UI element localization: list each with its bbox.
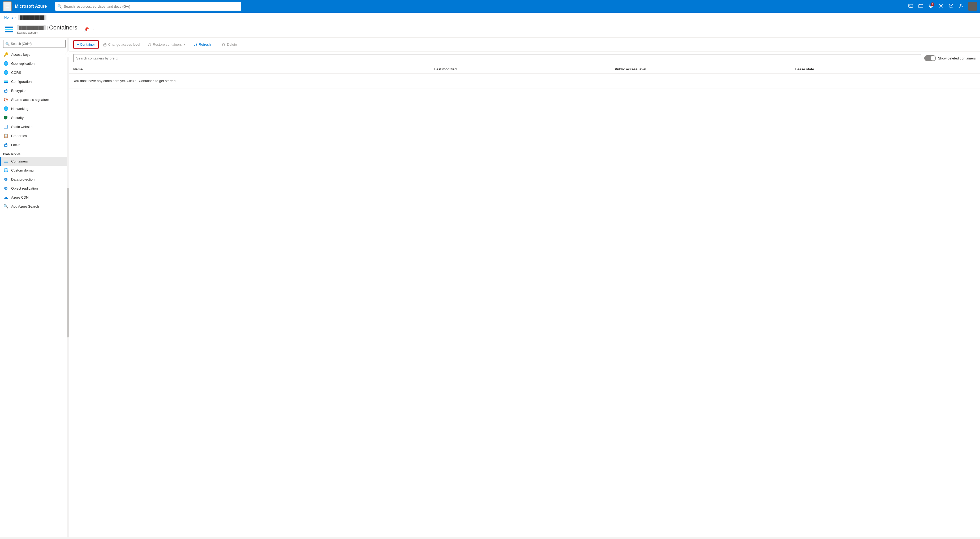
user-avatar[interactable] [968, 2, 977, 11]
sidebar-item-object-replication[interactable]: Object replication [0, 184, 69, 193]
svg-rect-13 [4, 82, 8, 83]
directory-button[interactable] [917, 2, 925, 11]
sidebar-scrollbar-thumb[interactable] [67, 188, 69, 338]
breadcrumb-home[interactable]: Home [4, 15, 14, 19]
sidebar-item-access-keys[interactable]: 🔑 Access keys [0, 50, 69, 59]
global-search-input[interactable] [55, 2, 241, 11]
static-website-icon [3, 124, 8, 129]
configuration-icon [3, 79, 8, 84]
breadcrumb-separator: › [15, 15, 16, 19]
page-subtitle: Storage account [17, 31, 77, 34]
properties-icon: 📋 [3, 133, 8, 138]
security-icon [3, 115, 8, 120]
svg-point-22 [4, 178, 8, 181]
refresh-button[interactable]: Refresh [190, 41, 214, 48]
sidebar-item-locks[interactable]: Locks [0, 140, 69, 149]
sidebar-search-container: 🔍 [0, 38, 69, 50]
refresh-icon [194, 43, 197, 46]
resource-name-blurred: ██████████ [17, 25, 46, 30]
more-options-button[interactable]: ··· [92, 26, 98, 33]
col-lease-state: Lease state [795, 67, 976, 71]
svg-rect-11 [4, 80, 8, 80]
sidebar-item-label: Configuration [11, 80, 32, 84]
restore-icon [148, 43, 151, 46]
sidebar-item-configuration[interactable]: Configuration [0, 77, 69, 86]
show-deleted-toggle[interactable] [924, 55, 936, 61]
add-container-button[interactable]: + Container [73, 40, 99, 49]
svg-point-7 [960, 4, 962, 6]
content-search-bar: Show deleted containers [69, 51, 980, 65]
sidebar-item-geo-replication[interactable]: 🌐 Geo-replication [0, 59, 69, 68]
page-header-text: ██████████ | Containers Storage account [17, 24, 77, 34]
storage-icon-container [4, 24, 14, 34]
access-keys-icon: 🔑 [3, 52, 8, 57]
svg-text:?: ? [950, 4, 952, 8]
encryption-icon [3, 88, 8, 93]
change-access-level-button[interactable]: Change access level [100, 41, 143, 48]
svg-rect-14 [5, 90, 7, 92]
sidebar-item-static-website[interactable]: Static website [0, 122, 69, 131]
svg-rect-18 [5, 144, 7, 147]
refresh-label: Refresh [199, 43, 211, 46]
settings-button[interactable] [937, 2, 945, 11]
col-public-access: Public access level [615, 67, 795, 71]
svg-rect-8 [5, 27, 13, 28]
sidebar-item-add-azure-search[interactable]: 🔍 Add Azure Search [0, 202, 69, 211]
help-button[interactable]: ? [947, 2, 955, 11]
svg-point-15 [4, 98, 8, 101]
container-search-input[interactable] [73, 54, 921, 62]
content-toolbar: + Container Change access level Restore … [69, 38, 980, 51]
main-layout: 🔍 ‹‹ 🔑 Access keys 🌐 Geo-replication 🌐 C… [0, 38, 980, 537]
col-last-modified: Last modified [434, 67, 615, 71]
delete-button[interactable]: Delete [218, 41, 240, 48]
header-divider: | [47, 25, 48, 30]
notifications-button[interactable]: 2 [927, 2, 935, 11]
restore-containers-label: Restore containers [153, 43, 182, 46]
svg-rect-9 [5, 29, 13, 30]
toggle-thumb [931, 56, 935, 61]
lock-icon [103, 43, 107, 46]
hamburger-menu-button[interactable]: ☰ [3, 1, 12, 11]
table-header: Name Last modified Public access level L… [69, 65, 980, 73]
svg-rect-12 [4, 81, 8, 82]
object-replication-icon [3, 186, 8, 191]
sidebar-item-shared-access-signature[interactable]: Shared access signature [0, 95, 69, 104]
page-title: Containers [49, 24, 77, 31]
sidebar: 🔍 ‹‹ 🔑 Access keys 🌐 Geo-replication 🌐 C… [0, 38, 69, 537]
sidebar-item-properties[interactable]: 📋 Properties [0, 131, 69, 140]
page-header-actions: 📌 ··· [83, 26, 98, 33]
sidebar-item-custom-domain[interactable]: 🌐 Custom domain [0, 166, 69, 175]
restore-containers-button[interactable]: Restore containers ▼ [145, 41, 189, 48]
delete-label: Delete [227, 43, 237, 46]
empty-state-message: You don't have any containers yet. Click… [69, 73, 980, 88]
sidebar-item-security[interactable]: Security [0, 113, 69, 122]
pin-button[interactable]: 📌 [83, 26, 90, 33]
change-access-label: Change access level [108, 43, 140, 46]
sidebar-item-data-protection[interactable]: Data protection [0, 175, 69, 184]
cloud-shell-button[interactable] [907, 2, 915, 11]
sidebar-search-input[interactable] [3, 40, 65, 48]
sidebar-item-networking[interactable]: 🌐 Networking [0, 104, 69, 113]
show-deleted-container: Show deleted containers [924, 55, 976, 61]
sidebar-item-label: Networking [11, 107, 29, 111]
sidebar-scrollbar[interactable] [67, 38, 69, 537]
page-header: ██████████ | Containers Storage account … [0, 22, 980, 38]
delete-icon [222, 43, 225, 46]
breadcrumb: Home › ██████████ [0, 13, 980, 22]
sidebar-item-label: Security [11, 116, 24, 120]
toolbar-separator [216, 41, 216, 48]
search-icon: 🔍 [57, 4, 62, 8]
shared-access-icon [3, 97, 8, 102]
svg-rect-10 [5, 31, 13, 32]
sidebar-item-cors[interactable]: 🌐 CORS [0, 68, 69, 77]
sidebar-search-icon: 🔍 [5, 42, 10, 46]
svg-rect-16 [4, 125, 8, 128]
sidebar-item-label: Geo-replication [11, 62, 35, 65]
col-name: Name [73, 67, 434, 71]
sidebar-item-encryption[interactable]: Encryption [0, 86, 69, 95]
sidebar-item-containers[interactable]: Containers [0, 157, 69, 166]
sidebar-item-label: Static website [11, 125, 32, 129]
containers-icon [3, 158, 8, 164]
user-profile-button[interactable] [957, 2, 965, 11]
sidebar-item-azure-cdn[interactable]: ☁ Azure CDN [0, 193, 69, 202]
